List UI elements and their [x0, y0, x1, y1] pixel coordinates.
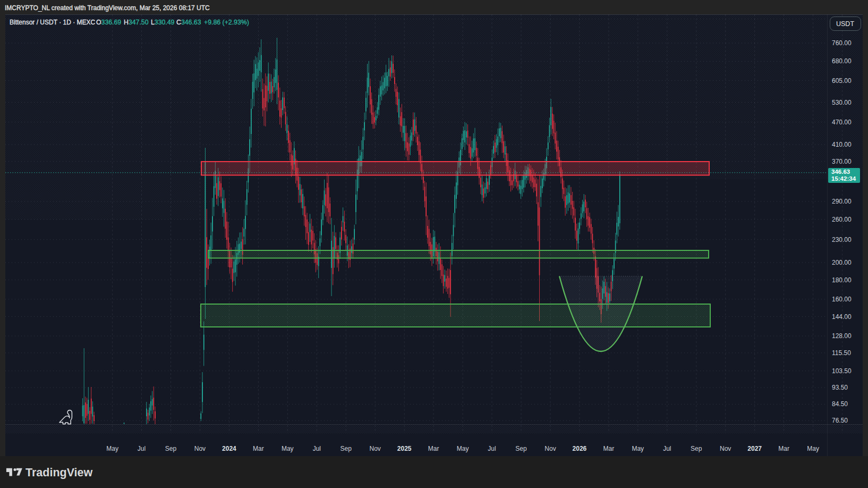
- svg-text:2025: 2025: [397, 445, 412, 452]
- svg-text:Bittensor / USDT · 1D · MEXC: Bittensor / USDT · 1D · MEXC: [10, 19, 95, 26]
- svg-text:76.50: 76.50: [832, 417, 848, 424]
- svg-text:115.50: 115.50: [832, 349, 851, 357]
- svg-text:TradingView: TradingView: [25, 466, 93, 479]
- svg-text:128.00: 128.00: [832, 332, 852, 340]
- svg-text:103.50: 103.50: [832, 367, 852, 375]
- svg-text:Mar: Mar: [428, 445, 439, 452]
- svg-text:Sep: Sep: [165, 445, 177, 452]
- svg-text:May: May: [632, 445, 644, 452]
- svg-text:160.00: 160.00: [832, 296, 852, 303]
- svg-text:Mar: Mar: [603, 445, 615, 452]
- svg-text:Sep: Sep: [515, 445, 527, 452]
- svg-text:180.00: 180.00: [832, 276, 852, 284]
- svg-text:Jul: Jul: [138, 445, 146, 452]
- svg-text:290.00: 290.00: [832, 198, 852, 205]
- svg-text:Mar: Mar: [253, 445, 264, 452]
- svg-text:346.63: 346.63: [831, 169, 850, 175]
- svg-text:O336.69: O336.69: [96, 19, 121, 26]
- svg-text:Nov: Nov: [370, 445, 381, 452]
- svg-text:2027: 2027: [747, 445, 762, 452]
- svg-text:May: May: [807, 445, 819, 452]
- svg-text:H347.50: H347.50: [124, 19, 149, 26]
- svg-text:+9.86 (+2.93%): +9.86 (+2.93%): [204, 19, 249, 26]
- svg-text:May: May: [457, 445, 469, 452]
- svg-text:USDT: USDT: [836, 20, 854, 28]
- svg-text:144.00: 144.00: [832, 313, 852, 321]
- svg-text:84.50: 84.50: [832, 400, 848, 408]
- svg-text:230.00: 230.00: [832, 236, 852, 243]
- svg-text:Jul: Jul: [488, 445, 496, 452]
- svg-text:93.50: 93.50: [832, 384, 848, 391]
- svg-text:260.00: 260.00: [832, 216, 852, 223]
- svg-text:410.00: 410.00: [832, 141, 852, 148]
- svg-text:200.00: 200.00: [832, 259, 852, 266]
- svg-text:470.00: 470.00: [832, 119, 852, 126]
- svg-text:C346.63: C346.63: [176, 19, 201, 26]
- svg-text:Jul: Jul: [313, 445, 321, 452]
- svg-text:680.00: 680.00: [832, 57, 852, 65]
- svg-text:L330.49: L330.49: [151, 19, 175, 26]
- svg-text:605.00: 605.00: [832, 77, 852, 85]
- svg-text:May: May: [282, 445, 294, 452]
- svg-text:Nov: Nov: [544, 445, 556, 452]
- svg-text:Sep: Sep: [341, 445, 352, 452]
- svg-text:15:42:34: 15:42:34: [831, 175, 856, 182]
- svg-text:Nov: Nov: [720, 445, 731, 452]
- svg-text:Jul: Jul: [663, 445, 671, 452]
- svg-text:IMCRYPTO_NL created with Tradi: IMCRYPTO_NL created with TradingView.com…: [5, 4, 210, 12]
- svg-text:530.00: 530.00: [832, 99, 852, 106]
- svg-text:Mar: Mar: [778, 445, 789, 452]
- svg-text:2026: 2026: [573, 445, 587, 452]
- svg-text:May: May: [106, 445, 118, 452]
- svg-text:760.00: 760.00: [832, 39, 852, 47]
- svg-text:2024: 2024: [222, 445, 236, 452]
- svg-text:Sep: Sep: [691, 445, 702, 452]
- svg-text:370.00: 370.00: [832, 158, 852, 165]
- svg-text:Nov: Nov: [194, 445, 206, 452]
